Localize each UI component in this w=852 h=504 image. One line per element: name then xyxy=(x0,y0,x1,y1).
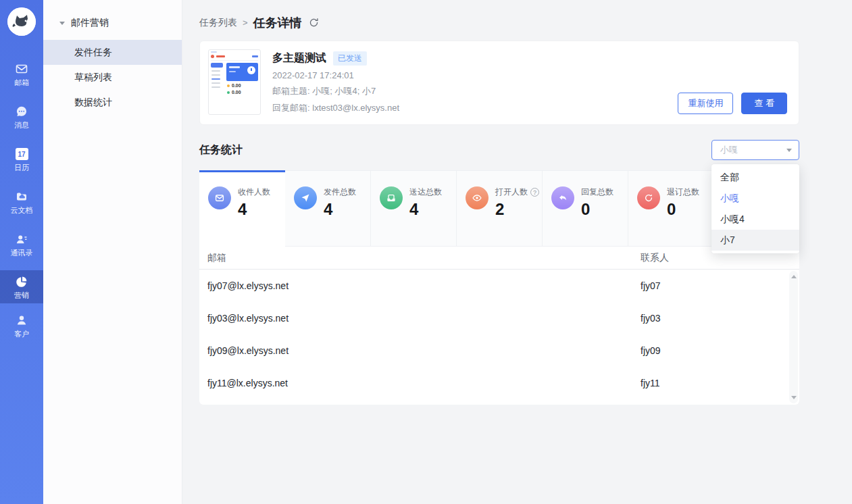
mail-icon xyxy=(208,186,231,209)
calendar-day: 17 xyxy=(16,148,28,160)
cell-contact: fjy07 xyxy=(641,280,661,291)
submenu-item-send-tasks[interactable]: 发件任务 xyxy=(43,40,182,65)
thumb-logo-bar xyxy=(216,55,225,57)
table-row[interactable]: fjy07@lx.elysys.net fjy07 xyxy=(199,270,799,302)
subject-filter-dropdown: 全部 小嘎 小嘎4 小7 xyxy=(711,164,799,253)
column-header-contact: 联系人 xyxy=(641,252,669,264)
stat-value: 0 xyxy=(667,200,699,219)
thumb-compose-button xyxy=(211,63,223,68)
chat-icon xyxy=(15,105,28,118)
rail-item-messages[interactable]: 消息 xyxy=(0,100,43,133)
select-value: 小嘎 xyxy=(720,144,738,156)
thumb-sidebar xyxy=(211,63,224,95)
reply-icon xyxy=(551,186,574,209)
table-row[interactable]: fjy09@lx.elysys.net fjy09 xyxy=(199,334,799,367)
eye-icon xyxy=(466,186,488,209)
view-button[interactable]: 查 看 xyxy=(741,93,787,114)
stats-tabs: 收件人数 4 发件总数 4 送达总数 4 xyxy=(199,170,799,247)
subject-label: 邮箱主题: xyxy=(272,86,310,96)
dropdown-option-xiao7[interactable]: 小7 xyxy=(711,230,799,251)
status-badge: 已发送 xyxy=(333,51,367,66)
table-row[interactable]: fjy11@lx.elysys.net fjy11 xyxy=(199,367,799,399)
task-reply-email: 回复邮箱: lxtest03@lx.elysys.net xyxy=(272,102,399,114)
stat-tab-recipients[interactable]: 收件人数 4 xyxy=(199,170,285,247)
menu-group-email-marketing[interactable]: 邮件营销 xyxy=(43,0,182,40)
task-info: 多主题测试 已发送 2022-02-17 17:24:01 邮箱主题: 小嘎; … xyxy=(272,49,399,116)
task-actions: 重新使用 查 看 xyxy=(678,93,787,114)
cell-email: fjy03@lx.elysys.net xyxy=(199,313,641,324)
inbox-icon xyxy=(380,186,403,209)
stat-value: 0 xyxy=(581,200,613,219)
cloud-doc-icon xyxy=(15,190,28,203)
help-icon[interactable]: ? xyxy=(530,188,539,197)
stats-header: 任务统计 小嘎 xyxy=(199,140,799,160)
dropdown-option-all[interactable]: 全部 xyxy=(711,167,799,188)
stat-tab-opened[interactable]: 打开人数 ? 2 xyxy=(457,170,543,247)
menu-group-label: 邮件营销 xyxy=(71,17,109,29)
rail-item-label: 营销 xyxy=(14,291,29,299)
refresh-icon[interactable] xyxy=(309,18,319,28)
thumb-logo-dot xyxy=(211,55,214,58)
mail-icon xyxy=(15,62,28,76)
submenu-item-data-statistics[interactable]: 数据统计 xyxy=(43,90,182,115)
scroll-down-icon[interactable] xyxy=(791,396,797,399)
left-rail: 邮箱 消息 17 日历 云文档 通讯录 xyxy=(0,0,43,504)
page-title: 任务详情 xyxy=(253,15,302,31)
cell-contact: fjy09 xyxy=(641,345,661,356)
task-title: 多主题测试 xyxy=(272,51,326,66)
task-subjects: 邮箱主题: 小嘎; 小嘎4; 小7 xyxy=(272,85,399,97)
section-title: 任务统计 xyxy=(199,143,243,157)
rail-item-label: 邮箱 xyxy=(14,78,29,86)
stat-tab-sent[interactable]: 发件总数 4 xyxy=(285,170,371,247)
chevron-down-icon xyxy=(786,149,792,152)
stat-tab-replied[interactable]: 回复总数 0 xyxy=(543,170,628,247)
cell-email: fjy11@lx.elysys.net xyxy=(199,378,641,388)
main-content: 任务列表 > 任务详情 xyxy=(182,0,852,504)
stat-value: 4 xyxy=(238,200,270,219)
send-icon xyxy=(294,186,317,209)
rail-item-label: 客户 xyxy=(14,330,29,338)
breadcrumb-task-list[interactable]: 任务列表 xyxy=(199,17,237,29)
cat-avatar-image xyxy=(7,7,36,36)
dropdown-option-xiaoga4[interactable]: 小嘎4 xyxy=(711,209,799,230)
rail-item-calendar[interactable]: 17 日历 xyxy=(0,143,43,176)
reply-label: 回复邮箱: xyxy=(272,103,310,113)
column-header-email: 邮箱 xyxy=(199,252,641,264)
subject-filter-select[interactable]: 小嘎 xyxy=(711,140,799,160)
stat-value: 4 xyxy=(409,200,442,219)
cell-contact: fjy11 xyxy=(641,378,660,388)
contacts-icon xyxy=(15,232,28,246)
cell-contact: fjy03 xyxy=(641,313,661,324)
breadcrumb: 任务列表 > 任务详情 xyxy=(182,0,852,32)
rail-item-marketing[interactable]: 营销 xyxy=(0,270,43,303)
stat-value: 4 xyxy=(324,200,356,219)
thumb-nav-bar xyxy=(252,55,258,57)
task-datetime: 2022-02-17 17:24:01 xyxy=(272,70,399,80)
rail-item-mailbox[interactable]: 邮箱 xyxy=(0,57,43,91)
rail-item-customers[interactable]: 客户 xyxy=(0,309,43,342)
table-row[interactable]: fjy03@lx.elysys.net fjy03 xyxy=(199,302,799,334)
thumb-stat-value: 0.00 xyxy=(232,90,241,95)
stat-tab-delivered[interactable]: 送达总数 4 xyxy=(371,170,457,247)
stat-value: 2 xyxy=(495,200,539,219)
avatar[interactable] xyxy=(7,7,36,36)
rail-item-label: 日历 xyxy=(14,163,29,172)
rail-item-cloud-docs[interactable]: 云文档 xyxy=(0,185,43,218)
task-card: 0.00 0.00 多主题测试 已发送 2022-02-17 17:24:01 xyxy=(199,41,799,125)
stat-tab-unsubscribed[interactable]: 退订总数 0 xyxy=(628,170,714,247)
thumb-body: 0.00 0.00 xyxy=(211,61,258,95)
reuse-button[interactable]: 重新使用 xyxy=(678,93,733,114)
recipients-table: 邮箱 联系人 fjy07@lx.elysys.net fjy07 fjy03@l… xyxy=(199,247,799,405)
scroll-up-icon[interactable] xyxy=(791,275,797,278)
task-thumbnail[interactable]: 0.00 0.00 xyxy=(208,49,261,115)
thumb-stat-value: 0.00 xyxy=(232,83,241,88)
pie-chart-icon xyxy=(15,275,28,288)
rail-item-contacts[interactable]: 通讯录 xyxy=(0,228,43,261)
rail-item-label: 消息 xyxy=(14,121,29,129)
dropdown-option-xiaoga[interactable]: 小嘎 xyxy=(711,188,799,209)
cell-email: fjy09@lx.elysys.net xyxy=(199,345,641,356)
table-scrollbar[interactable] xyxy=(789,271,798,403)
thumb-decor xyxy=(211,51,217,53)
submenu-item-draft-list[interactable]: 草稿列表 xyxy=(43,65,182,90)
thumb-main: 0.00 0.00 xyxy=(226,63,258,95)
